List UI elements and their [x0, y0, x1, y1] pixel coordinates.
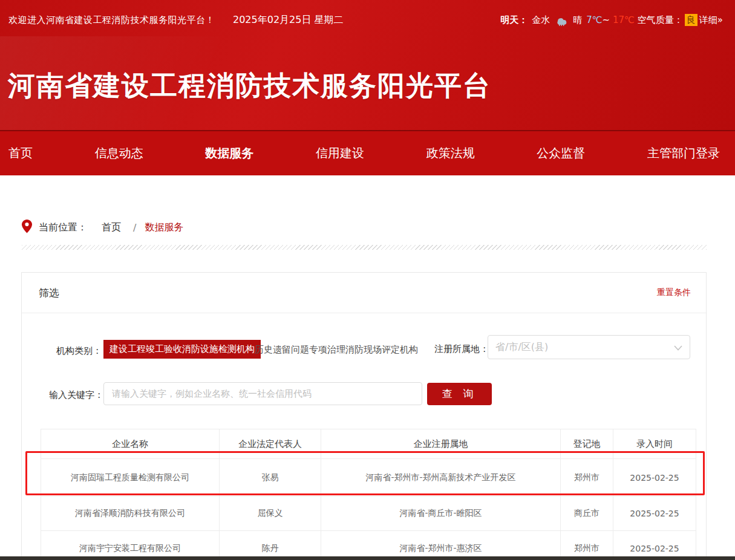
nav-item-admin-login[interactable]: 主管部门登录	[647, 145, 720, 161]
main-nav: 首页 信息动态 数据服务 信用建设 政策法规 公众监督 主管部门登录	[0, 130, 735, 175]
breadcrumb-current[interactable]: 数据服务	[145, 221, 183, 234]
region-label: 注册所属地：	[434, 343, 489, 355]
temp-high: 17℃	[613, 15, 635, 25]
welcome-text: 欢迎进入河南省建设工程消防技术服务阳光平台！	[8, 15, 215, 26]
temp-range-sep: ~	[603, 15, 610, 25]
nav-item-news[interactable]: 信息动态	[95, 145, 143, 161]
table-row[interactable]: 河南固瑞工程质量检测有限公司 张易 河南省-郑州市-郑州高新技术产业开发区 郑州…	[41, 459, 696, 497]
location-pin-icon	[22, 220, 32, 236]
region-select[interactable]: 省/市/区(县)	[488, 335, 690, 359]
weather-detail-link[interactable]: 详细»	[699, 15, 723, 26]
col-header-registered-address: 企业注册属地	[321, 429, 561, 459]
topbar: 欢迎进入河南省建设工程消防技术服务阳光平台！ 2025年02月25日 星期二 明…	[8, 13, 723, 27]
nav-item-credit[interactable]: 信用建设	[316, 145, 364, 161]
search-button[interactable]: 查 询	[427, 383, 492, 405]
weather-widget: 明天： 金水 晴 7℃~ 17℃ 空气质量： 良 详细»	[500, 13, 723, 27]
weather-temp-range: 7℃~ 17℃	[586, 15, 635, 25]
col-header-company: 企业名称	[41, 429, 220, 459]
weather-condition: 晴	[573, 15, 582, 26]
weather-tomorrow-label: 明天：	[500, 15, 528, 26]
cell-registered-address: 河南省-郑州市-惠济区	[321, 531, 561, 560]
results-table: 企业名称 企业法定代表人 企业注册属地 登记地 录入时间 河南固瑞工程质量检测有…	[41, 429, 696, 560]
cell-company: 河南宇宁安装工程有限公司	[41, 531, 220, 560]
category-label: 机构类别：	[56, 345, 102, 357]
col-header-representative: 企业法定代表人	[220, 429, 321, 459]
air-quality-badge: 良	[685, 14, 697, 26]
bottom-dark-bar	[0, 556, 735, 560]
cloud-drizzle-icon	[554, 15, 569, 28]
filter-panel-header: 筛选 重置条件	[22, 273, 706, 313]
nav-item-home[interactable]: 首页	[8, 145, 33, 161]
cell-registration-place: 商丘市	[561, 497, 613, 531]
col-header-entry-date: 录入时间	[613, 429, 696, 459]
reset-filters-link[interactable]: 重置条件	[657, 287, 691, 298]
category-option-selected[interactable]: 建设工程竣工验收消防设施检测机构	[103, 340, 261, 359]
cell-registered-address: 河南省-商丘市-睢阳区	[321, 497, 561, 531]
table-row[interactable]: 河南省泽顺消防科技有限公司 屈保义 河南省-商丘市-睢阳区 商丘市 2025-0…	[41, 497, 696, 531]
weather-district: 金水	[532, 15, 550, 26]
filter-panel: 筛选 重置条件 机构类别： 建设工程竣工验收消防设施检测机构 历史遗留问题专项治…	[21, 272, 707, 560]
cell-representative: 屈保义	[220, 497, 321, 531]
cell-representative: 张易	[220, 459, 321, 497]
breadcrumb-label: 当前位置：	[39, 221, 87, 234]
nav-item-policy[interactable]: 政策法规	[426, 145, 475, 161]
nav-item-supervision[interactable]: 公众监督	[537, 145, 585, 161]
slash-divider	[22, 245, 707, 250]
table-header-row: 企业名称 企业法定代表人 企业注册属地 登记地 录入时间	[41, 429, 696, 459]
table-row[interactable]: 河南宇宁安装工程有限公司 陈丹 河南省-郑州市-惠济区 郑州市 2025-02-…	[41, 531, 696, 560]
cell-entry-date: 2025-02-25	[613, 531, 696, 560]
cell-entry-date: 2025-02-25	[613, 459, 696, 497]
page-title: 河南省建设工程消防技术服务阳光平台	[8, 68, 491, 104]
cell-registration-place: 郑州市	[561, 531, 613, 560]
temp-low: 7℃	[586, 15, 602, 25]
nav-item-data-service[interactable]: 数据服务	[205, 145, 253, 161]
cell-company: 河南省泽顺消防科技有限公司	[41, 497, 220, 531]
date-text: 2025年02月25日 星期二	[233, 14, 344, 27]
breadcrumb-separator: /	[133, 222, 136, 233]
region-select-placeholder: 省/市/区(县)	[495, 341, 548, 354]
cell-registered-address: 河南省-郑州市-郑州高新技术产业开发区	[321, 459, 561, 497]
chevron-down-icon	[674, 342, 682, 353]
col-header-registration-place: 登记地	[561, 429, 613, 459]
cell-entry-date: 2025-02-25	[613, 497, 696, 531]
cell-representative: 陈丹	[220, 531, 321, 560]
breadcrumb: 当前位置： 首页 / 数据服务	[22, 220, 183, 236]
keyword-label: 输入关键字：	[49, 389, 103, 401]
air-quality-label: 空气质量：	[638, 15, 683, 26]
site-header: 欢迎进入河南省建设工程消防技术服务阳光平台！ 2025年02月25日 星期二 明…	[0, 0, 735, 130]
breadcrumb-home[interactable]: 首页	[102, 221, 121, 234]
category-option-unselected[interactable]: 历史遗留问题专项治理消防现场评定机构	[255, 344, 418, 356]
cell-company: 河南固瑞工程质量检测有限公司	[41, 459, 220, 497]
filter-title: 筛选	[39, 286, 59, 300]
cell-registration-place: 郑州市	[561, 459, 613, 497]
keyword-input[interactable]	[103, 382, 422, 405]
